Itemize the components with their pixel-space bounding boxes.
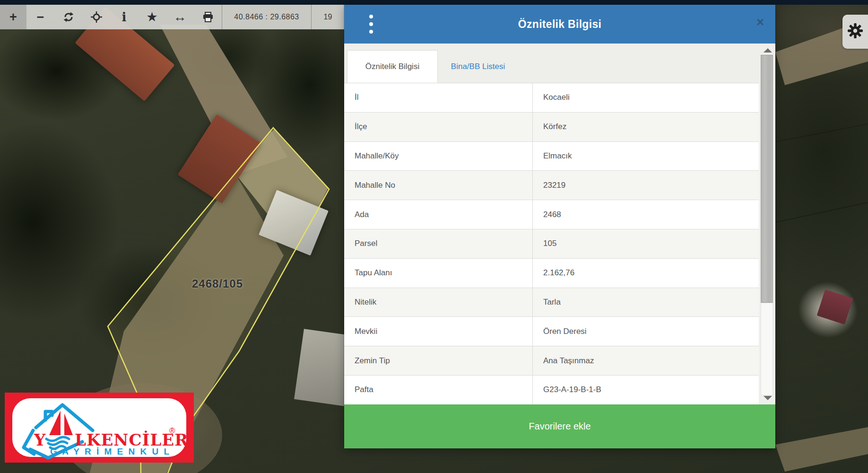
coordinates-readout: 40.8466 : 29.6863 bbox=[222, 5, 311, 29]
logo-registered-mark: ® bbox=[169, 426, 175, 435]
row-value: 2468 bbox=[532, 200, 759, 229]
scrollbar-track[interactable] bbox=[761, 303, 773, 395]
add-to-favorites-button[interactable]: Favorilere ekle bbox=[344, 404, 775, 448]
row-label: Parsel bbox=[344, 229, 532, 258]
table-row: İl Kocaeli bbox=[344, 83, 759, 113]
gear-icon bbox=[848, 23, 863, 40]
table-row: Parsel 105 bbox=[344, 229, 759, 259]
table-row: Mevkii Ören Deresi bbox=[344, 317, 759, 346]
logo-word-start: Y bbox=[34, 430, 46, 449]
row-label: İl bbox=[344, 83, 532, 112]
table-row: Nitelik Tarla bbox=[344, 288, 759, 317]
row-value: 105 bbox=[532, 229, 759, 258]
row-label: İlçe bbox=[344, 113, 532, 141]
attribute-table: İl Kocaeli İlçe Körfez Mahalle/Köy Elmac… bbox=[344, 83, 759, 404]
row-value: Tarla bbox=[532, 288, 759, 317]
crosshair-icon bbox=[91, 11, 102, 23]
favorites-button[interactable]: ★ bbox=[138, 5, 166, 29]
row-value: 23219 bbox=[532, 171, 759, 200]
row-value: 2.162,76 bbox=[532, 259, 759, 288]
kebab-dot bbox=[369, 15, 373, 18]
row-value: Körfez bbox=[532, 113, 759, 141]
measure-button[interactable]: ↔ bbox=[166, 5, 194, 29]
row-label: Mahalle No bbox=[344, 171, 532, 200]
table-row: Tapu Alanı 2.162,76 bbox=[344, 259, 759, 288]
row-label: Ada bbox=[344, 200, 532, 229]
row-label: Tapu Alanı bbox=[344, 259, 532, 288]
row-value: G23-A-19-B-1-B bbox=[532, 376, 759, 404]
app-screen: 2468/105 + − i ★ ↔ bbox=[0, 0, 868, 473]
modal-title: Öznitelik Bilgisi bbox=[344, 18, 775, 31]
yalkenciler-logo: Y LKENCİLER ® G A Y R İ M E N K U L bbox=[5, 393, 194, 463]
table-row: Zemin Tip Ana Taşınmaz bbox=[344, 346, 759, 376]
zoom-level-readout: 19 bbox=[312, 5, 344, 29]
refresh-button[interactable] bbox=[54, 5, 82, 29]
row-value: Ana Taşınmaz bbox=[532, 346, 759, 375]
logo-subtitle: G A Y R İ M E N K U L bbox=[50, 447, 171, 456]
modal-header: Öznitelik Bilgisi × bbox=[344, 5, 775, 44]
printer-icon bbox=[202, 12, 214, 22]
row-label: Pafta bbox=[344, 376, 532, 404]
scrollbar-thumb[interactable] bbox=[761, 55, 773, 303]
kebab-dot bbox=[369, 22, 373, 26]
row-label: Mahalle/Köy bbox=[344, 142, 532, 171]
attribute-info-modal: Öznitelik Bilgisi × Öznitelik Bilgisi Bi… bbox=[344, 5, 775, 448]
scrollbar-up-arrow[interactable] bbox=[764, 48, 772, 53]
row-value: Ören Deresi bbox=[532, 317, 759, 346]
settings-button[interactable] bbox=[842, 15, 868, 49]
parcel-label: 2468/105 bbox=[180, 277, 255, 290]
row-label: Mevkii bbox=[344, 317, 532, 346]
map-toolbar: + − i ★ ↔ bbox=[0, 5, 344, 29]
modal-tabbar: Öznitelik Bilgisi Bina/BB Listesi bbox=[344, 44, 775, 83]
table-row: İlçe Körfez bbox=[344, 113, 759, 142]
table-row: Pafta G23-A-19-B-1-B bbox=[344, 376, 759, 404]
row-label: Nitelik bbox=[344, 288, 532, 317]
close-icon[interactable]: × bbox=[756, 16, 764, 29]
locate-button[interactable] bbox=[82, 5, 110, 29]
table-row: Mahalle No 23219 bbox=[344, 171, 759, 200]
tab-bina-bb-listesi[interactable]: Bina/BB Listesi bbox=[438, 50, 518, 83]
zoom-out-button[interactable]: − bbox=[26, 5, 54, 29]
tab-oznitelik-bilgisi[interactable]: Öznitelik Bilgisi bbox=[347, 50, 438, 83]
top-navy-bar bbox=[0, 0, 868, 5]
table-row: Ada 2468 bbox=[344, 200, 759, 229]
info-button[interactable]: i bbox=[110, 5, 138, 29]
row-value: Elmacık bbox=[532, 142, 759, 171]
row-value: Kocaeli bbox=[532, 83, 759, 112]
kebab-dot bbox=[369, 30, 373, 34]
refresh-icon bbox=[63, 11, 74, 23]
modal-menu-button[interactable] bbox=[368, 15, 374, 34]
zoom-in-button[interactable]: + bbox=[0, 5, 26, 29]
scrollbar-down-arrow[interactable] bbox=[764, 396, 772, 400]
table-row: Mahalle/Köy Elmacık bbox=[344, 142, 759, 171]
row-label: Zemin Tip bbox=[344, 346, 532, 375]
print-button[interactable] bbox=[194, 5, 222, 29]
